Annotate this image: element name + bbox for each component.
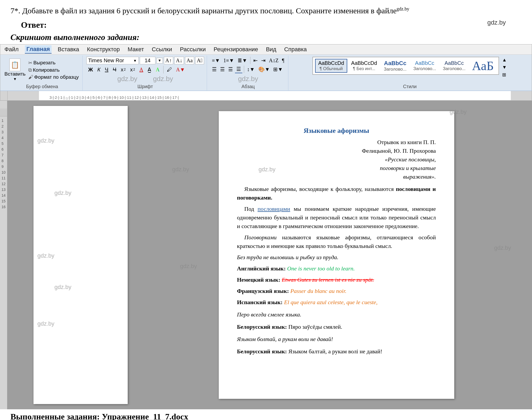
wm-doc-4: gdz.by — [494, 245, 511, 251]
paragraph-bottom-row: ☰ ☰ ☰ ☰ ↕▼ 🎨▼ ⊞▼ — [211, 65, 284, 73]
style-heading1-button[interactable]: AaBbCc Заголово... — [381, 59, 410, 73]
numbering-button[interactable]: 1≡▼ — [222, 57, 236, 64]
wm-doc-3: gdz.by — [450, 109, 467, 115]
increase-indent-button[interactable]: ⇥ — [260, 57, 267, 64]
cut-label: Вырезать — [33, 60, 56, 66]
menu-item-view[interactable]: Вид — [264, 46, 278, 53]
clipboard-group-label: Буфер обмена — [26, 83, 58, 89]
ruler-main: 3·|·2·|·1·|·△·|·1·|·2·|·3·|·4·|·5·|·6·|·… — [8, 91, 532, 100]
lang-de-label: Немецкий язык: — [237, 276, 281, 283]
paragraph-group-label: Абзац — [242, 83, 255, 89]
align-center-button[interactable]: ☰ — [219, 66, 226, 73]
styles-scroll-up[interactable]: ▲ — [502, 57, 507, 63]
highlight-color-button[interactable]: 🖊 — [165, 66, 174, 73]
paragraph-top-row: ≡▼ 1≡▼ ≣▼ ⇤ ⇥ A↕Z ¶ — [211, 57, 286, 64]
lang-es-text: El que quiera azul celeste, que le cuest… — [284, 299, 377, 305]
change-case-button[interactable]: Aa — [185, 57, 194, 64]
watermark-para: gdz.by — [238, 75, 258, 83]
word-ribbon-container: Файл Главная Вставка Конструктор Макет С… — [0, 44, 532, 101]
pilcrow-button[interactable]: ¶ — [281, 57, 285, 64]
text-effects-button[interactable]: A — [154, 66, 161, 73]
style-heading3-button[interactable]: AaBbCc Заголово... — [440, 59, 468, 72]
proverb2-text: Перо всегда смелее языка. — [237, 311, 301, 318]
style-normal-button[interactable]: AaBbCcDd ¶ Обычный — [315, 59, 347, 73]
styles-nav: ▲ ▼ ⊞ — [502, 57, 507, 78]
styles-scroll-down[interactable]: ▼ — [502, 64, 507, 71]
menu-item-review[interactable]: Рецензирование — [212, 46, 260, 53]
highlight-button[interactable]: A̲ — [146, 66, 153, 73]
menu-item-mailings[interactable]: Рассылки — [178, 46, 208, 53]
font-name-selector[interactable]: Times New Ror ▼ — [86, 57, 139, 64]
copy-label: Копировать — [33, 67, 60, 73]
menu-item-help[interactable]: Справка — [283, 46, 308, 53]
menu-item-home[interactable]: Главная — [25, 45, 51, 54]
shading-button[interactable]: 🎨▼ — [257, 66, 271, 73]
lang-be-label: Белорусский язык: — [237, 323, 287, 330]
wm-doc-1: gdz.by — [172, 166, 189, 173]
strikethrough-button[interactable]: Ч — [111, 66, 118, 73]
left-gray — [7, 101, 15, 409]
ruler-area: 3·|·2·|·1·|·△·|·1·|·2·|·3·|·4·|·5·|·6·|·… — [0, 91, 532, 100]
lang-de-text: Etwas Gutes zu lernen ist es nie zu spät… — [282, 276, 374, 283]
lang-en-para: Английский язык: One is never too old to… — [237, 264, 436, 273]
style-no-interval-button[interactable]: AaBbCcDd ¶ Без инт... — [348, 59, 380, 72]
align-right-button[interactable]: ☰ — [227, 66, 234, 73]
font-group-label: Шрифт — [137, 83, 153, 89]
subscript-button[interactable]: х2 — [119, 66, 127, 73]
lang-es-label: Испанский язык: — [237, 299, 283, 305]
source-line2: Фелицыной, Ю. П. Прохорова — [237, 146, 436, 155]
line-spacing-button[interactable]: ↕▼ — [246, 66, 256, 73]
cut-button[interactable]: ✂ Вырезать — [27, 60, 80, 66]
style-heading2-button[interactable]: AaBbCc Заголово... — [410, 59, 439, 72]
paragraph-content: ≡▼ 1≡▼ ≣▼ ⇤ ⇥ A↕Z ¶ ☰ ☰ ☰ ☰ ↕▼ 🎨▼ — [211, 57, 286, 83]
style-heading3-preview: AaBbCc — [443, 60, 466, 66]
bullets-button[interactable]: ≡▼ — [211, 57, 221, 64]
menu-item-layout[interactable]: Макет — [126, 46, 145, 53]
ribbon-watermarks: gdz.by gdz.by — [86, 75, 204, 83]
watermark-ribbon-1: gdz.by — [117, 75, 137, 83]
font-size-selector[interactable]: 14 — [140, 57, 155, 64]
font-color-A-button[interactable]: A — [138, 66, 145, 73]
lang-fr-text: Passer du blanc au noir. — [290, 288, 347, 294]
menu-item-design[interactable]: Конструктор — [85, 46, 121, 53]
ribbon-group-paragraph: ≡▼ 1≡▼ ≣▼ ⇤ ⇥ A↕Z ¶ ☰ ☰ ☰ ☰ ↕▼ 🎨▼ — [208, 56, 289, 90]
paste-button[interactable]: 📋 Вставить ▼ — [4, 59, 26, 81]
multilevel-button[interactable]: ≣▼ — [236, 57, 249, 64]
para-divider — [250, 57, 250, 64]
font-size-dropdown[interactable]: ▼ — [156, 58, 163, 64]
ribbon-group-font: Times New Ror ▼ 14 ▼ A↑ A↓ Aa A⃝ Ж К Ч — [84, 56, 207, 90]
menu-item-insert[interactable]: Вставка — [56, 46, 81, 53]
lang-be-text: Пяро заўсёды смялей. — [288, 323, 342, 330]
format-painter-button[interactable]: 🖌 Формат по образцу — [27, 74, 80, 80]
superscript-button[interactable]: х2 — [128, 66, 137, 73]
align-left-button[interactable]: ☰ — [211, 66, 218, 73]
decrease-indent-button[interactable]: ⇤ — [252, 57, 259, 64]
sort-button[interactable]: A↕Z — [268, 57, 280, 64]
font-color-button[interactable]: A▼ — [175, 66, 187, 73]
copy-icon: ⧉ — [28, 67, 32, 73]
copy-button[interactable]: ⧉ Копировать — [27, 67, 80, 73]
paste-dropdown[interactable]: ▼ — [13, 77, 17, 81]
underline-button[interactable]: Ч — [103, 66, 110, 73]
doc-source: Отрывок из книги П. П. Фелицыной, Ю. П. … — [237, 138, 436, 181]
big-style-preview: АаБ — [469, 59, 496, 73]
italic-button[interactable]: К — [96, 66, 102, 73]
wm-left-2: gdz.by — [54, 190, 71, 196]
borders-button[interactable]: ⊞▼ — [272, 66, 284, 73]
style-heading2-preview: AaBbCc — [413, 60, 436, 66]
justify-button[interactable]: ☰ — [235, 65, 242, 73]
para-2: Под пословицами мы понимаем краткие наро… — [237, 205, 436, 230]
decrease-font-button[interactable]: A↓ — [174, 57, 184, 64]
bold-button[interactable]: Ж — [86, 66, 95, 73]
lang-be2-para: Белорусский язык: Языком балтай, а рукам… — [237, 347, 436, 356]
increase-font-button[interactable]: A↑ — [164, 57, 173, 64]
doc-body: Языковые афоризмы, восходящие к фольклор… — [237, 185, 436, 356]
clear-format-button[interactable]: A⃝ — [195, 57, 204, 64]
lang-de-para: Немецкий язык: Etwas Gutes zu lernen ist… — [237, 275, 436, 284]
menu-item-references[interactable]: Ссылки — [150, 46, 173, 53]
styles-more[interactable]: ⊞ — [502, 71, 507, 78]
menu-item-file[interactable]: Файл — [3, 46, 20, 53]
task-number: 7*. — [10, 6, 20, 15]
style-heading3-label: Заголово... — [443, 66, 466, 71]
doc-page: Языковые афоризмы Отрывок из книги П. П.… — [219, 111, 454, 399]
